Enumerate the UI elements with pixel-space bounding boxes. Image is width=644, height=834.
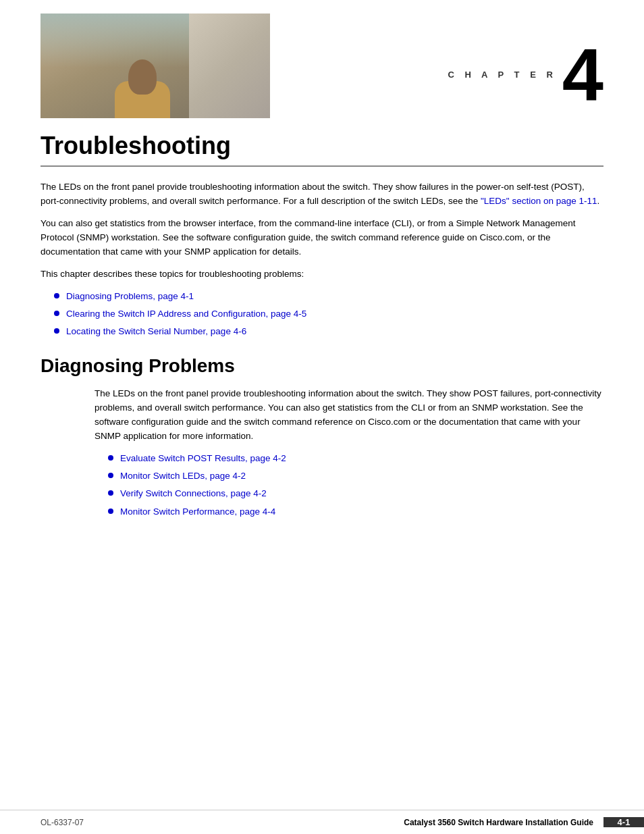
bullet-dot-icon: [108, 473, 113, 478]
list-item: Monitor Switch Performance, page 4-4: [108, 505, 603, 519]
main-content: Troubleshooting The LEDs on the front pa…: [0, 132, 644, 519]
list-item: Locating the Switch Serial Number, page …: [54, 325, 603, 338]
bullet-dot-icon: [108, 490, 113, 496]
list-item: Monitor Switch LEDs, page 4-2: [108, 469, 603, 483]
section-link-3[interactable]: Verify Switch Connections, page 4-2: [120, 487, 267, 500]
footer-guide-title: Catalyst 3560 Switch Hardware Installati…: [404, 817, 603, 827]
bullet-dot-icon: [54, 293, 59, 298]
chapter-title: Troubleshooting: [41, 132, 603, 160]
list-item: Verify Switch Connections, page 4-2: [108, 487, 603, 500]
list-item: Clearing the Switch IP Address and Confi…: [54, 307, 603, 321]
chapter-link-2[interactable]: Clearing the Switch IP Address and Confi…: [66, 307, 306, 321]
person-head: [128, 59, 157, 95]
section-link-1[interactable]: Evaluate Switch POST Results, page 4-2: [120, 452, 286, 465]
page: C H A P T E R 4 Troubleshooting The LEDs…: [0, 0, 644, 834]
bg-stairs: [189, 14, 270, 118]
section-link-4[interactable]: Monitor Switch Performance, page 4-4: [120, 505, 275, 519]
chapter-links-list: Diagnosing Problems, page 4-1 Clearing t…: [54, 290, 603, 339]
footer-page-number: 4-1: [603, 817, 644, 827]
chapter-block: C H A P T E R 4: [448, 37, 604, 118]
intro-p1-text-after: .: [597, 196, 600, 206]
chapter-label: C H A P T E R: [448, 70, 557, 80]
header-area: C H A P T E R 4: [0, 0, 644, 125]
footer-right: Catalyst 3560 Switch Hardware Installati…: [404, 817, 644, 827]
bullet-dot-icon: [54, 311, 59, 316]
intro-paragraph-3: This chapter describes these topics for …: [41, 267, 603, 282]
chapter-number: 4: [562, 37, 603, 111]
footer-doc-id: OL-6337-07: [0, 818, 84, 827]
intro-paragraph-1: The LEDs on the front panel provide trou…: [41, 180, 603, 209]
section-content-diagnosing: The LEDs on the front panel provide trou…: [41, 387, 603, 519]
section-intro-text: The LEDs on the front panel provide trou…: [95, 387, 603, 444]
leds-link[interactable]: "LEDs" section on page 1-11: [481, 196, 597, 206]
bullet-dot-icon: [54, 328, 59, 334]
footer: OL-6337-07 Catalyst 3560 Switch Hardware…: [0, 810, 644, 834]
list-item: Evaluate Switch POST Results, page 4-2: [108, 452, 603, 465]
intro-paragraph-2: You can also get statistics from the bro…: [41, 217, 603, 259]
list-item: Diagnosing Problems, page 4-1: [54, 290, 603, 303]
chapter-link-3[interactable]: Locating the Switch Serial Number, page …: [66, 325, 246, 338]
section-links-list: Evaluate Switch POST Results, page 4-2 M…: [108, 452, 603, 519]
bullet-dot-icon: [108, 509, 113, 514]
section-link-2[interactable]: Monitor Switch LEDs, page 4-2: [120, 469, 246, 483]
section-title-diagnosing: Diagnosing Problems: [41, 355, 603, 377]
chapter-link-1[interactable]: Diagnosing Problems, page 4-1: [66, 290, 194, 303]
title-divider: [41, 165, 603, 167]
header-image: [41, 14, 270, 118]
bullet-dot-icon: [108, 455, 113, 461]
